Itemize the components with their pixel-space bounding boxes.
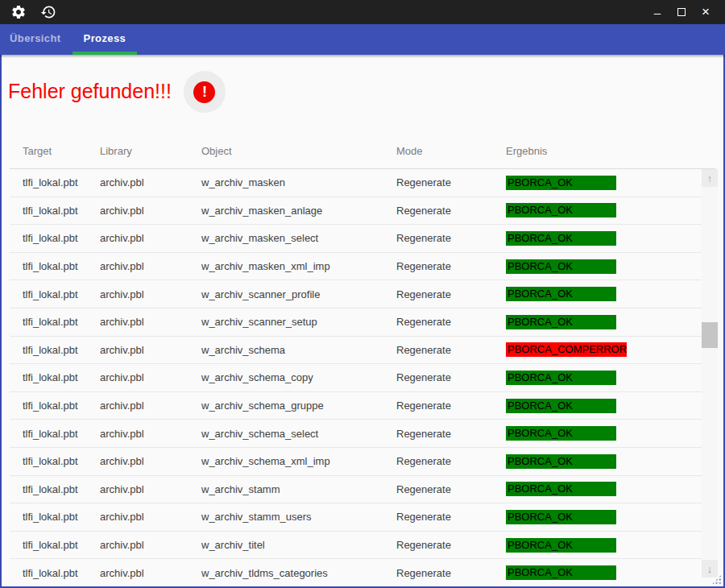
cell-object: w_archiv_schema_select [201,428,396,440]
cell-library: archiv.pbl [100,371,201,383]
table-row: tlfi_lokal.pbtarchiv.pblw_archiv_maskenR… [10,169,715,197]
scroll-down-button[interactable]: ↓ [702,560,718,578]
cell-library: archiv.pbl [100,511,201,523]
error-message: Fehler gefunden!!! [8,81,172,103]
history-button[interactable] [39,3,57,21]
cell-object: w_archiv_masken_xml_imp [201,260,396,272]
table-row: tlfi_lokal.pbtarchiv.pblw_archiv_scanner… [10,308,715,337]
status-badge-ok: PBORCA_OK [506,399,616,413]
arrow-up-icon: ↑ [707,172,713,184]
cell-ergebnis: PBORCA_OK [506,510,715,524]
cell-mode: Regenerate [396,260,506,272]
content-area: Fehler gefunden!!! ! Target Library Obje… [0,55,725,588]
cell-library: archiv.pbl [100,344,201,356]
cell-ergebnis: PBORCA_OK [506,399,715,413]
cell-target: tlfi_lokal.pbt [10,288,100,300]
table-row: tlfi_lokal.pbtarchiv.pblw_archiv_titelRe… [10,532,715,560]
cell-mode: Regenerate [396,176,506,188]
status-badge-ok: PBORCA_OK [506,371,616,385]
table-row: tlfi_lokal.pbtarchiv.pblw_archiv_schemaR… [10,337,715,365]
table-row: tlfi_lokal.pbtarchiv.pblw_archiv_stammRe… [10,476,715,504]
table-row: tlfi_lokal.pbtarchiv.pblw_archiv_stamm_u… [10,503,715,532]
tabbar-shadow [0,55,725,58]
column-header-object: Object [201,145,396,157]
cell-ergebnis: PBORCA_OK [506,259,715,274]
cell-mode: Regenerate [396,232,506,244]
titlebar-icons [0,3,57,21]
status-badge-ok: PBORCA_OK [506,231,616,246]
cell-target: tlfi_lokal.pbt [10,567,100,579]
cell-object: w_archiv_schema [201,344,396,356]
scroll-up-button[interactable]: ↑ [702,169,718,187]
minimize-button[interactable]: – [648,2,667,22]
table-body: tlfi_lokal.pbtarchiv.pblw_archiv_maskenR… [10,169,715,587]
table-row: tlfi_lokal.pbtarchiv.pblw_archiv_scanner… [10,280,715,308]
cell-object: w_archiv_schema_gruppe [201,400,396,412]
status-badge-ok: PBORCA_OK [506,538,616,553]
cell-mode: Regenerate [396,205,506,217]
maximize-button[interactable] [672,2,691,22]
tab-uebersicht[interactable]: Übersicht [0,24,72,55]
cell-object: w_archiv_masken [201,176,396,188]
cell-library: archiv.pbl [100,428,201,440]
cell-ergebnis: PBORCA_OK [506,538,715,553]
column-header-library: Library [100,145,201,157]
cell-library: archiv.pbl [100,539,201,551]
table-row: tlfi_lokal.pbtarchiv.pblw_archiv_schema_… [10,364,715,392]
status-badge-error: PBORCA_COMPERROR [506,342,627,357]
cell-ergebnis: PBORCA_OK [506,315,715,329]
status-badge-ok: PBORCA_OK [506,203,616,217]
status-badge-ok: PBORCA_OK [506,482,616,496]
cell-object: w_archiv_stamm [201,483,396,495]
cell-object: w_archiv_scanner_profile [201,288,396,300]
tab-prozess[interactable]: Prozess [72,24,138,55]
cell-object: w_archiv_schema_xml_imp [201,455,396,467]
cell-mode: Regenerate [396,344,506,356]
cell-mode: Regenerate [396,428,506,440]
table-row: tlfi_lokal.pbtarchiv.pblw_archiv_masken_… [10,225,715,253]
window-controls: – × [648,2,725,22]
table-row: tlfi_lokal.pbtarchiv.pblw_archiv_masken_… [10,197,715,226]
cell-target: tlfi_lokal.pbt [10,344,100,356]
cell-library: archiv.pbl [100,455,201,467]
error-info-button[interactable]: ! [184,71,226,113]
cell-library: archiv.pbl [100,205,201,217]
app-window: – × Übersicht Prozess Fehler gefunden!!!… [0,0,725,588]
cell-library: archiv.pbl [100,400,201,412]
cell-mode: Regenerate [396,288,506,300]
cell-target: tlfi_lokal.pbt [10,539,100,551]
cell-ergebnis: PBORCA_OK [506,287,715,301]
scrollbar-thumb[interactable] [702,322,718,348]
cell-library: archiv.pbl [100,260,201,272]
cell-ergebnis: PBORCA_OK [506,371,715,385]
cell-object: w_archiv_tldms_categories [201,567,396,579]
cell-mode: Regenerate [396,371,506,383]
cell-target: tlfi_lokal.pbt [10,176,100,188]
cell-object: w_archiv_masken_anlage [201,205,396,217]
tab-label: Prozess [84,32,126,44]
cell-library: archiv.pbl [100,316,201,328]
vertical-scrollbar: ↑ ↓ [702,169,718,578]
cell-mode: Regenerate [396,539,506,551]
cell-library: archiv.pbl [100,483,201,495]
cell-object: w_archiv_schema_copy [201,371,396,383]
tabbar: Übersicht Prozess [0,24,725,55]
gear-icon [10,4,27,20]
table-row: tlfi_lokal.pbtarchiv.pblw_archiv_schema_… [10,420,715,448]
error-icon: ! [193,81,215,103]
close-button[interactable]: × [696,2,715,22]
minimize-icon: – [654,6,661,19]
cell-ergebnis: PBORCA_OK [506,176,715,190]
cell-mode: Regenerate [396,511,506,523]
status-badge-ok: PBORCA_OK [506,259,616,274]
arrow-down-icon: ↓ [707,563,713,575]
result-table: Target Library Object Mode Ergebnis tlfi… [10,134,715,587]
settings-button[interactable] [10,3,27,21]
status-badge-ok: PBORCA_OK [506,454,616,469]
cell-target: tlfi_lokal.pbt [10,455,100,467]
cell-ergebnis: PBORCA_OK [506,482,715,496]
cell-target: tlfi_lokal.pbt [10,316,100,328]
titlebar: – × [0,0,725,24]
close-icon: × [702,4,710,20]
tab-label: Übersicht [10,32,61,44]
